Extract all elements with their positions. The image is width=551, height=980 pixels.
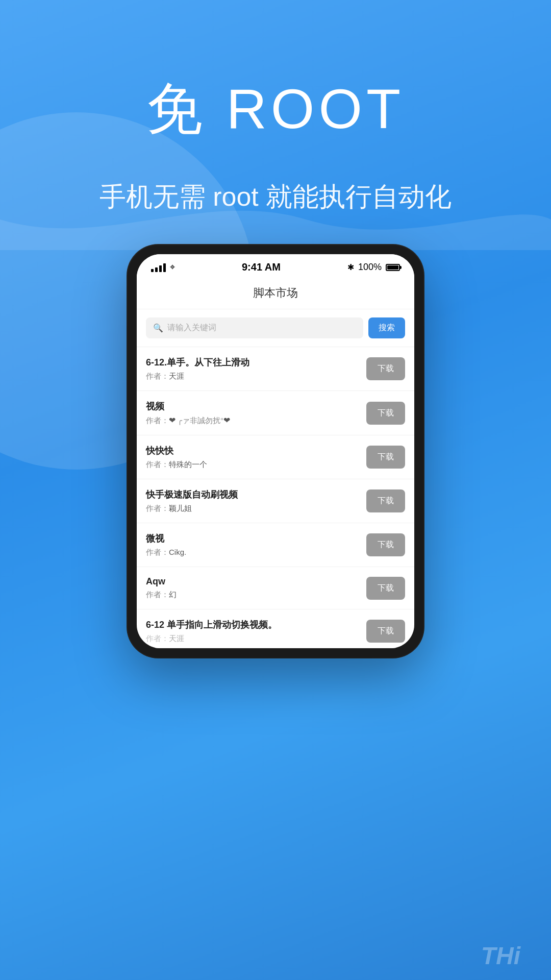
battery-percent: 100% [358,262,382,273]
watermark-area: THi [481,942,520,970]
search-button[interactable]: 搜索 [368,317,405,338]
download-button[interactable]: 下载 [366,489,405,512]
script-name: 快快快 [146,445,366,457]
app-header: 脚本市场 [137,278,414,309]
script-author: 作者：Cikg. [146,548,366,557]
app-header-title: 脚本市场 [253,286,298,299]
signal-icon [151,263,166,272]
download-button[interactable]: 下载 [366,446,405,469]
script-author: 作者：天涯 [146,634,366,644]
download-button[interactable]: 下载 [366,620,405,643]
script-author: 作者：天涯 [146,372,366,381]
download-button[interactable]: 下载 [366,533,405,556]
phone-screen: ⌖ 9:41 AM ✱ 100% 脚本市场 🔍 请输入关 [137,254,414,648]
bluetooth-icon: ✱ [347,262,354,272]
script-info: Aqw 作者：幻 [146,576,366,600]
hero-title: 免 ROOT [146,71,405,148]
status-time: 9:41 AM [242,261,281,273]
battery-fill [387,265,398,270]
script-item: 视频 作者：❤ ╭ァ非誠勿扰°❤ 下载 [137,391,414,435]
script-name: 微视 [146,532,366,545]
script-list: 6-12.单手。从下往上滑动 作者：天涯 下载 视频 作者：❤ ╭ァ非誠勿扰°❤… [137,347,414,648]
watermark-text: THi [481,942,520,969]
script-item: 6-12 单手指向上滑动切换视频。 作者：天涯 下载 [137,609,414,648]
script-info: 6-12 单手指向上滑动切换视频。 作者：天涯 [146,619,366,644]
search-placeholder: 请输入关键词 [167,323,216,333]
script-item: 快手极速版自动刷视频 作者：颖儿姐 下载 [137,479,414,523]
script-name: 6-12.单手。从下往上滑动 [146,356,366,369]
script-item: 6-12.单手。从下往上滑动 作者：天涯 下载 [137,347,414,391]
script-author: 作者：特殊的一个 [146,460,366,470]
hero-section: 免 ROOT 手机无需 root 就能执行自动化 [0,41,551,215]
script-info: 快手极速版自动刷视频 作者：颖儿姐 [146,488,366,513]
battery-icon [386,264,400,271]
phone-mockup: ⌖ 9:41 AM ✱ 100% 脚本市场 🔍 请输入关 [128,245,423,657]
script-name: Aqw [146,576,366,587]
search-icon: 🔍 [153,323,163,333]
hero-subtitle: 手机无需 root 就能执行自动化 [99,178,452,215]
status-right: ✱ 100% [347,262,400,273]
script-item: Aqw 作者：幻 下载 [137,567,414,609]
script-info: 6-12.单手。从下往上滑动 作者：天涯 [146,356,366,381]
script-item: 微视 作者：Cikg. 下载 [137,523,414,567]
status-left: ⌖ [151,262,175,273]
script-author: 作者：颖儿姐 [146,504,366,513]
download-button[interactable]: 下载 [366,402,405,425]
wifi-icon: ⌖ [170,262,175,273]
script-item: 快快快 作者：特殊的一个 下载 [137,435,414,479]
script-name: 6-12 单手指向上滑动切换视频。 [146,619,366,631]
script-author: 作者：❤ ╭ァ非誠勿扰°❤ [146,415,366,426]
search-section: 🔍 请输入关键词 搜索 [137,309,414,347]
script-info: 快快快 作者：特殊的一个 [146,445,366,470]
download-button[interactable]: 下载 [366,577,405,600]
script-name: 视频 [146,400,366,412]
script-info: 微视 作者：Cikg. [146,532,366,557]
status-bar: ⌖ 9:41 AM ✱ 100% [137,254,414,278]
script-info: 视频 作者：❤ ╭ァ非誠勿扰°❤ [146,400,366,426]
script-author: 作者：幻 [146,590,366,600]
search-input-wrapper[interactable]: 🔍 请输入关键词 [146,317,363,338]
download-button[interactable]: 下载 [366,357,405,380]
phone-frame: ⌖ 9:41 AM ✱ 100% 脚本市场 🔍 请输入关 [128,245,423,657]
script-name: 快手极速版自动刷视频 [146,488,366,501]
